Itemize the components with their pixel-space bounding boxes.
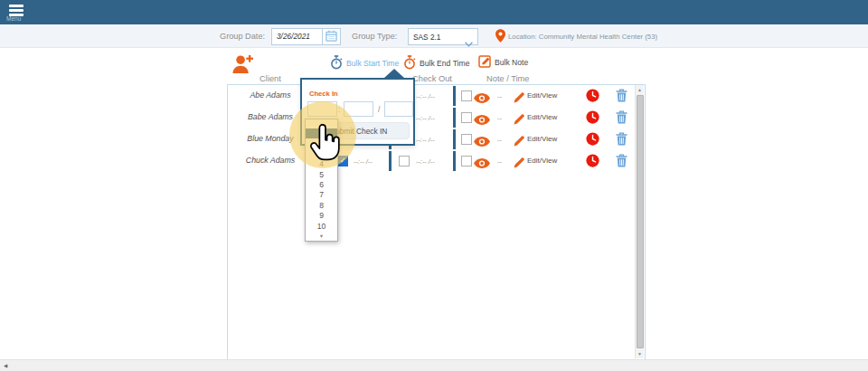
note-placeholder-dash: --: [497, 114, 502, 122]
hour-option[interactable]: 7: [306, 190, 337, 200]
menu-label[interactable]: Menu: [6, 15, 21, 22]
dropdown-scroll-down-icon[interactable]: ▼: [306, 232, 337, 241]
bulk-note-button[interactable]: Bulk Note: [478, 55, 528, 70]
note-checkbox[interactable]: [461, 90, 472, 101]
column-divider: [453, 86, 456, 106]
bulk-end-time-label: Bulk End Time: [420, 59, 469, 68]
pencil-icon[interactable]: [514, 112, 524, 128]
column-divider: [453, 151, 456, 171]
edit-view-link[interactable]: Edit/View: [527, 157, 557, 165]
top-nav-bar: Menu: [0, 0, 868, 24]
edit-view-link[interactable]: Edit/View: [527, 135, 557, 143]
trash-icon[interactable]: [616, 89, 627, 106]
trash-icon[interactable]: [616, 132, 627, 149]
column-header-check-out: Check Out: [412, 74, 452, 83]
calendar-button[interactable]: [322, 28, 341, 45]
note-pencil-icon: [478, 55, 491, 70]
stopwatch-icon: [330, 55, 343, 71]
check-out-time: --:-- /--: [416, 92, 435, 100]
late-clock-icon[interactable]: [586, 132, 599, 149]
group-date-input[interactable]: 3/26/2021: [271, 28, 326, 45]
group-type-select[interactable]: SAS 2.1: [408, 28, 478, 45]
eye-icon[interactable]: [474, 90, 490, 107]
calendar-icon: [326, 29, 337, 45]
late-clock-icon[interactable]: [586, 154, 599, 171]
check-out-time: --:-- /--: [416, 136, 435, 144]
table-row: Abe Adams ✓ --:-- /-- --:-- /-- -- Edit/…: [228, 85, 633, 107]
column-divider: [453, 108, 456, 128]
group-type-value: SAS 2.1: [413, 33, 440, 42]
note-checkbox[interactable]: [461, 112, 472, 123]
hour-option[interactable]: 10: [306, 222, 337, 232]
column-header-client: Client: [233, 74, 307, 83]
check-in-time: --:-- /--: [354, 157, 373, 166]
time-slash-separator: /: [378, 105, 380, 114]
column-divider: [389, 151, 392, 171]
group-date-label: Group Date:: [220, 32, 265, 41]
group-attendance-screen: Menu Group Date: 3/26/2021 Group Type: S…: [0, 0, 868, 371]
vertical-scrollbar[interactable]: ▲ ▼: [635, 85, 644, 358]
scroll-left-arrow-icon[interactable]: ◀: [4, 363, 7, 368]
check-in-ampm-input[interactable]: [384, 101, 413, 117]
hour-option[interactable]: 5: [306, 170, 337, 180]
check-out-time: --:-- /--: [416, 114, 435, 122]
client-rows: Abe Adams ✓ --:-- /-- --:-- /-- -- Edit/…: [228, 85, 633, 172]
late-clock-icon[interactable]: [586, 110, 599, 128]
bulk-start-time-label: Bulk Start Time: [346, 59, 399, 68]
pencil-icon[interactable]: [514, 90, 524, 107]
eye-icon[interactable]: [474, 112, 490, 128]
bulk-end-time-button[interactable]: Bulk End Time: [403, 55, 469, 71]
edit-view-link[interactable]: Edit/View: [527, 113, 557, 121]
location-pin-icon: [495, 29, 505, 46]
hour-option[interactable]: 9: [306, 211, 337, 221]
trash-icon[interactable]: [616, 110, 627, 128]
late-clock-icon[interactable]: [586, 89, 599, 106]
trash-icon[interactable]: [616, 154, 627, 171]
pencil-icon[interactable]: [514, 134, 524, 150]
table-row: Babe Adams ✓ --:-- /-- --:-- /-- -- Edit…: [228, 107, 633, 128]
group-type-label: Group Type:: [352, 32, 397, 41]
table-row: Chuck Adams ✓ --:-- /-- --:-- /-- -- Edi…: [228, 150, 633, 172]
scroll-up-arrow-icon[interactable]: ▲: [636, 85, 644, 94]
edit-view-link[interactable]: Edit/View: [527, 91, 557, 100]
note-placeholder-dash: --: [497, 92, 502, 100]
check-out-checkbox[interactable]: [399, 156, 410, 166]
note-placeholder-dash: --: [497, 136, 502, 144]
chevron-down-icon: [465, 34, 473, 51]
column-divider: [453, 129, 456, 149]
scroll-down-arrow-icon[interactable]: ▼: [636, 349, 644, 358]
vertical-scrollbar-thumb[interactable]: [637, 95, 644, 348]
location-text: Location: Community Mental Health Center…: [508, 33, 657, 41]
pencil-icon[interactable]: [514, 156, 524, 172]
note-checkbox[interactable]: [461, 134, 472, 145]
check-in-popup-title: Check In: [309, 90, 338, 98]
note-placeholder-dash: --: [497, 157, 502, 166]
stopwatch-icon: [403, 55, 416, 71]
client-name: Abe Adams: [233, 90, 307, 100]
check-out-time: --:-- /--: [416, 157, 435, 166]
bulk-note-label: Bulk Note: [495, 58, 528, 67]
eye-icon[interactable]: [474, 156, 490, 172]
popup-arrow: [384, 69, 404, 78]
hand-cursor-icon: [306, 124, 342, 168]
hour-option[interactable]: 8: [306, 201, 337, 211]
note-checkbox[interactable]: [461, 156, 472, 166]
column-header-note-time: Note / Time: [486, 74, 530, 83]
horizontal-scrollbar[interactable]: ◀: [0, 359, 868, 371]
client-name: Chuck Adams: [233, 156, 307, 165]
eye-icon[interactable]: [474, 134, 490, 150]
hour-option[interactable]: 6: [306, 180, 337, 190]
